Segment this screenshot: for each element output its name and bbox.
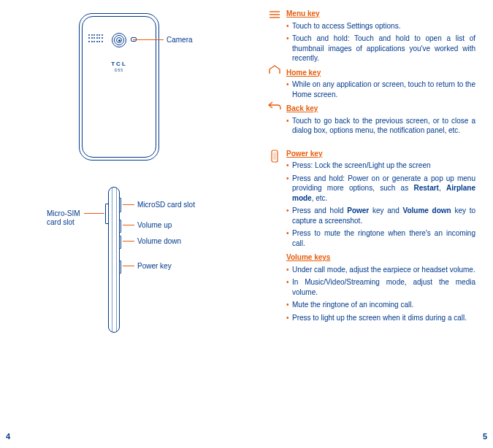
back-title: Back key [286,104,475,114]
microsim-slot-icon [105,204,109,224]
leader-line [123,241,134,242]
brand-label: TCL [80,61,158,67]
volume-up-icon [119,220,121,233]
bullet: Press to mute the ringtone when there's … [286,228,475,248]
menu-bullets: Touch to access Settings options. Touch … [286,21,475,63]
phone-side-diagram [108,187,120,333]
label-powerkey: Power key [137,262,172,270]
svg-rect-4 [273,152,276,160]
menu-key-icon [268,10,281,19]
bullet: Under call mode, adjust the earpiece or … [286,265,475,275]
label-microsd: MicroSD card slot [137,201,195,209]
power-key-icon [119,260,121,274]
leader-line [123,204,134,205]
right-content: Menu key Touch to access Settings option… [286,9,475,327]
leader-line [123,225,134,225]
bullet: Press and hold: Power on or generate a p… [286,174,475,204]
model-label: D55 [80,68,158,72]
label-microsim-2: card slot [47,218,74,226]
label-microsim-1: Micro-SIM [47,209,80,217]
leader-line [84,213,104,214]
page-number-right: 5 [483,432,487,441]
back-bullets: Touch to go back to the previous screen,… [286,116,475,136]
bullet: Press to light up the screen when it dim… [286,313,475,323]
volume-title: Volume keys [286,252,475,263]
bullet: Touch and hold: Touch and hold to open a… [286,34,475,63]
power-title: Power key [286,149,475,159]
home-title: Home key [286,68,475,78]
bullet: Press: Lock the screen/Light up the scre… [286,161,475,171]
label-camera: Camera [167,36,193,44]
page-left: TCL D55 Camera MicroSD card slot Micro-S… [0,0,246,448]
label-volup: Volume up [137,221,172,229]
bullet: While on any application or screen, touc… [286,80,475,99]
page-number-left: 4 [6,432,10,441]
power-key-icon [271,150,278,163]
leader-line [123,266,134,266]
menu-title: Menu key [286,9,475,19]
microsd-slot-icon [119,198,121,212]
home-bullets: While on any application or screen, touc… [286,80,475,99]
bullet: In Music/Video/Streaming mode, adjust th… [286,277,475,297]
home-key-icon [268,65,281,75]
bullet: Press and hold Power key and Volume down… [286,206,475,225]
page-right: Menu key Touch to access Settings option… [246,0,493,448]
leader-line [133,39,164,40]
speaker-grid-icon [88,34,103,43]
phone-back-diagram: TCL D55 [79,13,159,161]
label-voldown: Volume down [137,237,181,245]
back-key-icon [268,101,281,111]
bullet: Mute the ringtone of an incoming call. [286,300,475,310]
power-bullets: Press: Lock the screen/Light up the scre… [286,161,475,248]
bullet: Touch to access Settings options. [286,21,475,31]
bullet: Touch to go back to the previous screen,… [286,116,475,136]
volume-bullets: Under call mode, adjust the earpiece or … [286,265,475,323]
volume-down-icon [119,236,121,249]
